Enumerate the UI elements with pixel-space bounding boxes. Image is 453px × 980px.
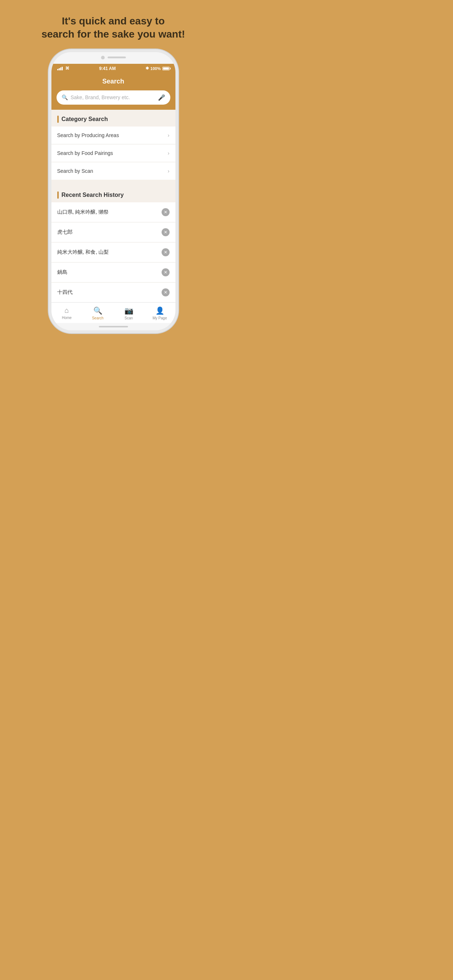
tab-search-label: Search [92,316,104,320]
section-accent-history [57,191,59,199]
category-label-scan: Search by Scan [57,168,93,174]
headline-line1: It's quick and easy to [62,15,164,27]
category-section-header: Category Search [51,110,175,127]
tab-scan-label: Scan [125,316,133,320]
phone-camera-area [101,56,126,59]
history-label-0: 山口県, 純米吟醸, 獺祭 [57,209,109,215]
category-label-producing-areas: Search by Producing Areas [57,132,119,138]
status-bar: ⌘ 9:41 AM ✱ 100% [51,64,175,73]
chevron-right-icon: › [168,132,170,138]
phone-bottom-bar [51,323,175,330]
home-icon: ⌂ [65,306,69,315]
tab-bar: ⌂ Home 🔍 Search 📷 Scan 👤 My Page [51,302,175,323]
headline: It's quick and easy to search for the sa… [41,14,185,41]
search-bar-container: 🔍 Sake, Brand, Brewery etc. 🎤 [51,91,175,110]
history-item-0[interactable]: 山口県, 純米吟醸, 獺祭 ✕ [51,202,175,223]
history-item-4[interactable]: 十四代 ✕ [51,283,175,302]
history-item-1[interactable]: 虎七郎 ✕ [51,223,175,242]
history-label-3: 鍋島 [57,269,67,275]
section-accent [57,116,59,123]
battery-percent: 100% [150,66,161,71]
category-list: Search by Producing Areas › Search by Fo… [51,127,175,180]
headline-line2: search for the sake you want! [41,29,185,40]
history-section-header: Recent Search History [51,186,175,202]
category-item-food-pairings[interactable]: Search by Food Pairings › [51,145,175,162]
delete-history-2[interactable]: ✕ [161,248,170,256]
phone-wrapper: ⌘ 9:41 AM ✱ 100% Search 🔍 Sake, Brand, B… [0,52,226,345]
category-item-producing-areas[interactable]: Search by Producing Areas › [51,127,175,145]
bluetooth-icon: ✱ [145,66,149,71]
tab-mypage-label: My Page [152,316,167,320]
history-section: Recent Search History 山口県, 純米吟醸, 獺祭 ✕ 虎七… [51,186,175,302]
search-tab-icon: 🔍 [93,306,102,315]
scan-icon: 📷 [124,306,134,315]
chevron-right-icon: › [168,168,170,174]
signal-bar-3 [60,67,61,70]
status-time: 9:41 AM [99,66,116,71]
category-item-scan[interactable]: Search by Scan › [51,162,175,180]
category-section-title: Category Search [62,116,108,123]
home-indicator [99,326,128,328]
person-icon: 👤 [155,306,164,315]
history-item-3[interactable]: 鍋島 ✕ [51,262,175,283]
wifi-icon: ⌘ [65,66,69,71]
search-bar[interactable]: 🔍 Sake, Brand, Brewery etc. 🎤 [57,91,170,105]
tab-home[interactable]: ⌂ Home [56,306,78,320]
signal-bars [57,66,63,70]
battery-fill [163,67,169,70]
page-header: It's quick and easy to search for the sa… [30,0,196,52]
tab-mypage[interactable]: 👤 My Page [149,306,171,320]
signal-bar-1 [57,69,58,70]
signal-bar-4 [62,67,63,70]
phone-speaker [108,57,126,58]
delete-history-4[interactable]: ✕ [161,288,170,296]
chevron-right-icon: › [168,150,170,156]
phone-frame: ⌘ 9:41 AM ✱ 100% Search 🔍 Sake, Brand, B… [51,52,175,330]
status-right: ✱ 100% [145,66,169,71]
delete-history-1[interactable]: ✕ [161,228,170,236]
history-label-2: 純米大吟醸, 和食, 山梨 [57,249,109,256]
search-icon: 🔍 [62,94,68,100]
delete-history-3[interactable]: ✕ [161,268,170,276]
status-left: ⌘ [57,66,69,71]
history-label-4: 十四代 [57,289,73,296]
app-content: Category Search Search by Producing Area… [51,110,175,302]
app-title: Search [57,78,170,85]
phone-camera [101,56,105,59]
phone-top-bar [51,52,175,64]
app-header: Search [51,73,175,91]
history-item-2[interactable]: 純米大吟醸, 和食, 山梨 ✕ [51,242,175,262]
history-label-1: 虎七郎 [57,229,73,235]
search-placeholder-text: Sake, Brand, Brewery etc. [71,94,155,100]
history-section-title: Recent Search History [62,192,124,198]
tab-search[interactable]: 🔍 Search [87,306,109,320]
delete-history-0[interactable]: ✕ [161,208,170,216]
tab-home-label: Home [62,316,72,320]
history-list: 山口県, 純米吟醸, 獺祭 ✕ 虎七郎 ✕ 純米大吟醸, 和食, 山梨 ✕ 鍋島… [51,202,175,302]
battery-icon [162,67,170,70]
category-label-food-pairings: Search by Food Pairings [57,150,113,156]
signal-bar-2 [59,68,60,70]
tab-scan[interactable]: 📷 Scan [118,306,140,320]
mic-icon[interactable]: 🎤 [158,94,165,101]
